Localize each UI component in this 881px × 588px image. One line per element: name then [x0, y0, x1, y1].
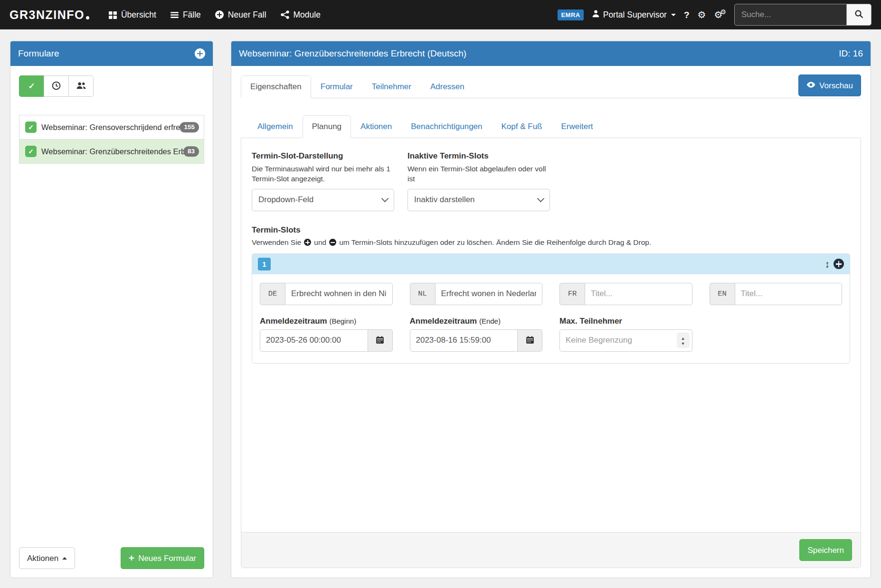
forms-panel-footer: Aktionen + Neues Formular — [10, 539, 213, 578]
title-input-nl[interactable] — [435, 283, 543, 305]
actions-button[interactable]: Aktionen — [19, 547, 75, 569]
form-title: Webseminar: Grenzüberschreitendes Erbrec… — [239, 48, 466, 59]
max-participants-group: ▴ ▾ — [559, 329, 692, 352]
user-name: Portal Supervisor — [603, 10, 667, 20]
gear-icon-small: ⚙ — [720, 9, 726, 15]
termin-slot-header: 1 ↕ — [252, 254, 850, 274]
lang-addon-fr: FR — [559, 283, 585, 305]
nav-item-faelle[interactable]: Fälle — [163, 0, 208, 29]
period-end-calendar-button[interactable] — [518, 329, 542, 352]
period-end-group — [410, 329, 543, 352]
grid-icon — [109, 11, 117, 19]
title-group-fr: FR — [559, 283, 692, 305]
minus-circle-icon — [329, 239, 336, 246]
max-participants-input[interactable] — [559, 329, 692, 352]
search-button[interactable] — [846, 4, 871, 25]
period-end-label-main: Anmeldezeitraum — [410, 317, 477, 326]
check-icon: ✓ — [28, 81, 35, 91]
termin-slot-1: 1 ↕ DE — [252, 253, 850, 364]
clock-icon — [52, 81, 61, 92]
empty-col — [710, 317, 843, 352]
period-end-input[interactable] — [410, 329, 518, 352]
nav-item-uebersicht[interactable]: Übersicht — [102, 0, 163, 29]
tab-kopf-fuss[interactable]: Kopf & Fuß — [492, 115, 552, 138]
record-id: ID: 16 — [839, 48, 863, 59]
user-menu[interactable]: Portal Supervisor — [592, 9, 676, 20]
add-slot-icon[interactable] — [834, 259, 844, 269]
form-detail-body: Eigenschaften Formular Teilnehmer Adress… — [231, 66, 871, 578]
admin-settings-button[interactable]: ⚙⚙ — [714, 10, 727, 19]
form-list-item-deutsch[interactable]: ✓ Webseminar: Grenzüberschreitendes Erbr… — [19, 139, 204, 164]
tab-erweitert[interactable]: Erweitert — [551, 115, 602, 138]
preview-button-label: Vorschau — [819, 82, 853, 90]
preview-button[interactable]: Vorschau — [798, 75, 861, 96]
reorder-handle[interactable]: ↕ — [825, 259, 830, 269]
detail-tabs: Eigenschaften Formular Teilnehmer Adress… — [241, 75, 861, 98]
slot-display-field: Termin-Slot-Darstellung Die Terminauswah… — [252, 151, 394, 211]
lang-addon-de: DE — [260, 283, 285, 305]
termin-slots-help: Verwenden Sie und um Termin-Slots hinzuz… — [252, 238, 850, 247]
slot-title-row: DE NL FR — [260, 283, 842, 305]
slots-help-suffix: um Termin-Slots hinzuzufügen oder zu lös… — [339, 238, 651, 247]
tab-aktionen[interactable]: Aktionen — [351, 115, 401, 138]
inactive-slots-help: Wenn ein Termin-Slot abgelaufen oder vol… — [407, 164, 550, 184]
period-begin-group — [260, 329, 393, 352]
title-group-en: EN — [710, 283, 843, 305]
eye-icon — [806, 81, 815, 90]
forms-panel-header: Formulare — [10, 41, 213, 66]
filter-expired-button[interactable] — [44, 75, 69, 97]
tab-teilnehmer[interactable]: Teilnehmer — [362, 75, 421, 98]
slot-display-help: Die Terminauswahl wird nur bei mehr als … — [252, 164, 394, 184]
slot-tools: ↕ — [825, 259, 844, 269]
nav-item-neuer-fall[interactable]: Neuer Fall — [208, 0, 274, 29]
title-input-de[interactable] — [285, 283, 393, 305]
title-input-en[interactable] — [735, 283, 843, 305]
brand-logo[interactable]: GR3NZINFO — [9, 8, 89, 22]
plus-icon: + — [129, 553, 134, 563]
save-button[interactable]: Speichern — [799, 539, 852, 561]
search-input[interactable] — [735, 4, 846, 25]
new-form-button-label: Neues Formular — [138, 554, 196, 562]
nav-item-module[interactable]: Module — [274, 0, 328, 29]
period-begin-label: Anmeldezeitraum (Beginn) — [260, 317, 393, 326]
help-button[interactable]: ? — [684, 10, 690, 19]
tab-eigenschaften[interactable]: Eigenschaften — [241, 75, 311, 98]
title-input-fr[interactable] — [585, 283, 692, 305]
inactive-slots-select-value: Inaktiv darstellen — [414, 195, 475, 205]
period-begin-field: Anmeldezeitraum (Beginn) — [260, 317, 393, 352]
spinner-down-icon: ▾ — [682, 340, 684, 345]
planung-content: Termin-Slot-Darstellung Die Terminauswah… — [241, 138, 861, 532]
period-end-field: Anmeldezeitraum (Ende) — [410, 317, 543, 352]
number-spinner[interactable]: ▴ ▾ — [677, 333, 690, 348]
nav-label-module: Module — [294, 10, 321, 20]
tab-adressen[interactable]: Adressen — [421, 75, 474, 98]
settings-button[interactable]: ⚙ — [698, 10, 706, 19]
chevron-down-icon — [537, 195, 545, 203]
inactive-slots-label: Inaktive Termin-Slots — [407, 151, 550, 161]
new-form-button[interactable]: + Neues Formular — [121, 547, 204, 569]
plus-circle-icon — [215, 10, 224, 19]
tab-planung[interactable]: Planung — [303, 115, 351, 138]
inactive-slots-select[interactable]: Inaktiv darstellen — [407, 189, 550, 211]
period-begin-input[interactable] — [260, 329, 368, 352]
planung-panel: Termin-Slot-Darstellung Die Terminauswah… — [241, 138, 861, 568]
filter-active-button[interactable]: ✓ — [19, 75, 44, 97]
caret-down-icon — [671, 14, 676, 16]
form-item-label: Webseminar: Grensoverschrijdend erfrecht… — [41, 123, 198, 132]
tab-formular[interactable]: Formular — [311, 75, 362, 98]
tab-benachrichtigungen[interactable]: Benachrichtigungen — [401, 115, 492, 138]
period-begin-calendar-button[interactable] — [368, 329, 393, 352]
tab-allgemein[interactable]: Allgemein — [248, 115, 303, 138]
period-begin-label-sub: (Beginn) — [329, 317, 356, 325]
search-icon — [854, 9, 863, 20]
filter-participants-button[interactable] — [68, 75, 94, 97]
form-list-item-nederlands[interactable]: ✓ Webseminar: Grensoverschrijdend erfrec… — [19, 115, 204, 140]
add-form-icon[interactable] — [195, 48, 205, 59]
brand-text: GR3NZINFO — [9, 8, 85, 22]
lang-addon-en: EN — [710, 283, 735, 305]
calendar-icon — [376, 336, 384, 345]
check-square-icon: ✓ — [25, 146, 37, 157]
termin-slots-label: Termin-Slots — [252, 225, 850, 235]
slot-display-select[interactable]: Dropdown-Feld — [252, 189, 394, 211]
period-end-label: Anmeldezeitraum (Ende) — [410, 317, 543, 326]
